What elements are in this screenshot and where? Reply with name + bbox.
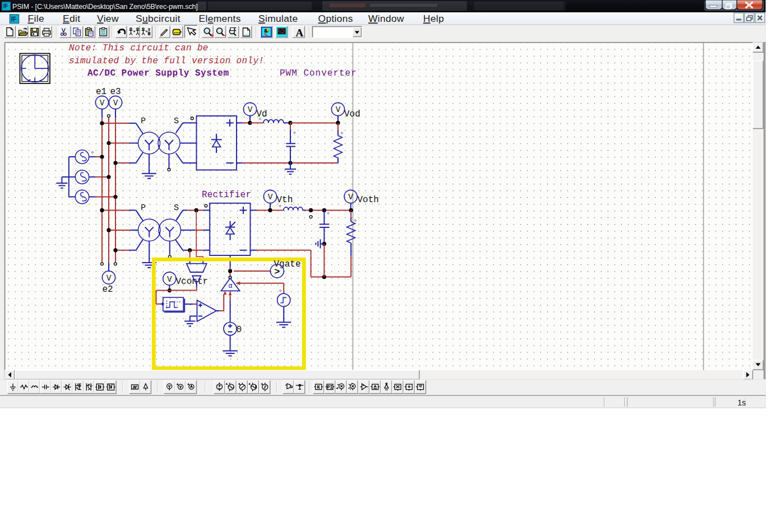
svg-text:Voth: Voth [358,195,379,205]
svg-text:V: V [268,193,273,202]
svg-text:V: V [248,105,253,114]
svg-text:P: P [141,203,146,213]
svg-text:V: V [106,274,112,283]
svg-text:V: V [336,105,341,114]
svg-text:+: + [210,32,214,39]
svg-text:Vth: Vth [277,195,293,205]
svg-text:K: K [317,385,321,390]
svg-text:File: File [28,13,44,24]
svg-text:Help: Help [423,13,444,24]
svg-text:Subcircuit: Subcircuit [136,13,180,24]
svg-text:V: V [348,193,353,202]
svg-text:V: V [113,99,118,108]
svg-text:Edit: Edit [63,13,80,24]
svg-text:α: α [228,282,232,290]
svg-text:e1: e1 [96,87,106,97]
svg-text:>: > [274,267,280,277]
svg-text:S: S [174,116,179,126]
svg-text:S: S [174,203,179,213]
svg-text:Vd: Vd [257,109,267,119]
svg-text:Elements: Elements [199,13,241,24]
svg-text:P: P [141,116,146,126]
svg-text:V: V [167,275,172,284]
svg-text:Options: Options [318,13,353,24]
svg-text:PI: PI [327,385,332,390]
svg-text:Simulate: Simulate [258,13,298,24]
svg-text:−: − [223,32,226,39]
svg-text:e3: e3 [110,87,121,97]
svg-text:0: 0 [237,325,242,335]
svg-text:simulated by the full version: simulated by the full version only! [69,56,264,66]
svg-text:PWM Converter: PWM Converter [280,68,357,78]
svg-text:AC/DC Power Supply System: AC/DC Power Supply System [87,68,229,78]
svg-text:1s: 1s [738,398,746,407]
svg-text:Rectifier: Rectifier [202,190,251,200]
svg-text:e2: e2 [103,284,113,295]
svg-text:V: V [100,99,105,108]
svg-text:Vcontr: Vcontr [176,277,209,287]
svg-text:PSIM - [C:\Users\Matteo\Deskto: PSIM - [C:\Users\Matteo\Desktop\San Zeno… [12,3,198,11]
svg-text:Note: This circuit can be: Note: This circuit can be [69,43,209,53]
svg-text:Vod: Vod [344,109,360,119]
svg-text:View: View [97,13,119,24]
svg-text:Window: Window [368,13,404,24]
svg-text:A: A [296,27,304,39]
